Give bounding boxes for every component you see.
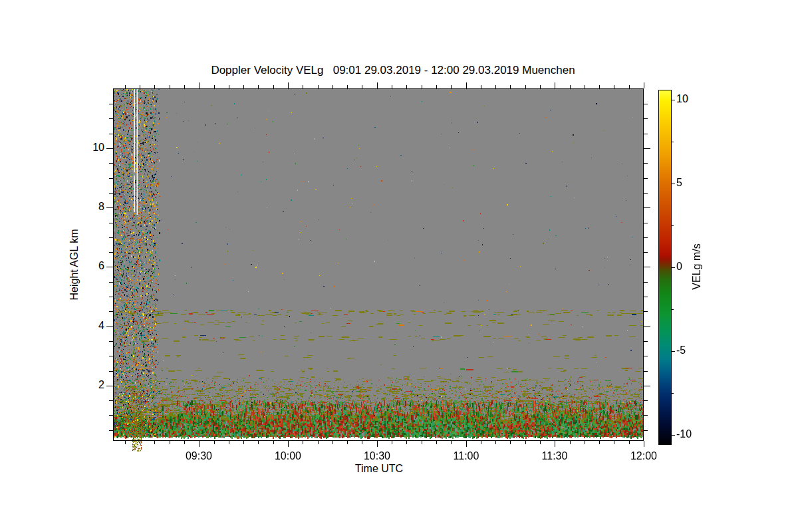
- axis-tick: [644, 193, 648, 194]
- axis-tick: [629, 441, 630, 444]
- axis-tick: [422, 85, 422, 88]
- axis-tick: [451, 441, 452, 444]
- axis-tick: [481, 441, 481, 444]
- x-axis-label: Time UTC: [355, 463, 403, 475]
- axis-tick: [106, 267, 113, 267]
- axis-tick: [243, 85, 244, 88]
- axis-tick: [555, 441, 555, 447]
- axis-tick: [229, 85, 229, 88]
- axis-tick: [585, 85, 585, 88]
- axis-tick: [106, 207, 113, 208]
- doppler-quicklook-page: { "title": "Doppler Velocity VELg 09:01 …: [0, 0, 798, 532]
- y-tick-label: 10: [70, 142, 104, 154]
- axis-tick: [106, 386, 113, 386]
- axis-tick: [466, 82, 467, 88]
- axis-tick: [109, 237, 113, 238]
- axis-tick: [109, 400, 113, 401]
- axis-tick: [672, 225, 674, 226]
- axis-tick: [644, 297, 648, 297]
- axis-tick: [644, 237, 648, 238]
- axis-tick: [125, 441, 126, 444]
- colorbar-tick-label: -5: [676, 344, 710, 356]
- axis-tick: [318, 85, 319, 88]
- axis-tick: [540, 85, 541, 88]
- axis-tick: [184, 441, 185, 444]
- axis-tick: [109, 430, 113, 431]
- axis-tick: [525, 441, 526, 444]
- axis-tick: [109, 118, 113, 119]
- axis-tick: [109, 341, 113, 342]
- axis-tick: [555, 82, 555, 88]
- axis-tick: [495, 441, 496, 444]
- axis-tick: [495, 85, 496, 88]
- axis-tick: [644, 441, 644, 447]
- axis-tick: [451, 85, 452, 88]
- axis-tick: [614, 441, 614, 444]
- axis-tick: [644, 134, 648, 134]
- x-tick-label: 10:30: [347, 450, 407, 462]
- axis-tick: [422, 441, 422, 444]
- axis-tick: [599, 85, 600, 88]
- axis-tick: [347, 85, 348, 88]
- axis-tick: [332, 85, 333, 88]
- axis-tick: [629, 85, 630, 88]
- axis-tick: [644, 282, 648, 283]
- axis-tick: [106, 148, 113, 149]
- axis-tick: [644, 386, 650, 386]
- axis-tick: [109, 223, 113, 223]
- axis-tick: [644, 430, 648, 431]
- axis-tick: [510, 85, 511, 88]
- axis-tick: [392, 441, 392, 444]
- axis-tick: [109, 297, 113, 297]
- x-tick-label: 12:00: [614, 450, 674, 462]
- axis-tick: [672, 351, 675, 352]
- axis-tick: [154, 85, 155, 88]
- axis-tick: [644, 267, 650, 267]
- axis-tick: [644, 252, 648, 253]
- axis-tick: [154, 441, 155, 444]
- axis-tick: [258, 441, 259, 444]
- axis-tick: [184, 85, 185, 88]
- axis-tick: [406, 441, 407, 444]
- axis-tick: [481, 85, 481, 88]
- y-tick-label: 8: [70, 201, 104, 213]
- axis-tick: [109, 193, 113, 194]
- axis-tick: [644, 311, 648, 312]
- axis-tick: [436, 441, 437, 444]
- axis-tick: [466, 441, 467, 447]
- axis-tick: [392, 85, 392, 88]
- axis-tick: [644, 82, 644, 88]
- axis-tick: [214, 441, 215, 444]
- axis-tick: [109, 178, 113, 179]
- axis-tick: [406, 85, 407, 88]
- axis-tick: [109, 356, 113, 356]
- x-tick-label: 11:30: [525, 450, 585, 462]
- axis-tick: [672, 184, 675, 184]
- axis-tick: [362, 85, 362, 88]
- axis-tick: [109, 134, 113, 134]
- y-tick-label: 2: [70, 379, 104, 391]
- axis-tick: [540, 441, 541, 444]
- axis-tick: [614, 85, 614, 88]
- axis-tick: [644, 327, 650, 327]
- axis-tick: [644, 118, 648, 119]
- x-tick-label: 09:30: [169, 450, 229, 462]
- axis-tick: [109, 311, 113, 312]
- axis-tick: [525, 85, 526, 88]
- x-tick-label: 10:00: [258, 450, 318, 462]
- axis-tick: [644, 163, 648, 164]
- axis-tick: [599, 441, 600, 444]
- axis-tick: [109, 415, 113, 416]
- axis-tick: [303, 85, 303, 88]
- y-tick-label: 4: [70, 320, 104, 332]
- axis-tick: [644, 178, 648, 179]
- axis-tick: [644, 356, 648, 356]
- x-tick-label: 11:00: [436, 450, 496, 462]
- axis-tick: [106, 327, 113, 327]
- axis-tick: [436, 85, 437, 88]
- colorbar-tick-label: 10: [676, 93, 710, 105]
- axis-tick: [273, 85, 274, 88]
- axis-tick: [644, 341, 648, 342]
- axis-tick: [644, 148, 650, 149]
- axis-tick: [109, 104, 113, 104]
